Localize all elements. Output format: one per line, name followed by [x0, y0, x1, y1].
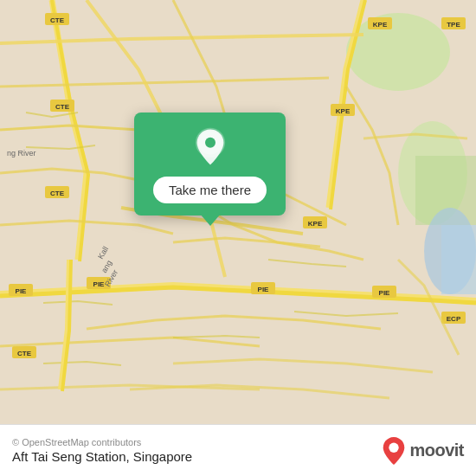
svg-text:ECP: ECP — [447, 315, 461, 323]
location-pin-icon — [190, 126, 231, 168]
svg-point-38 — [205, 138, 215, 148]
svg-text:KPE: KPE — [336, 107, 351, 115]
svg-text:CTE: CTE — [17, 350, 32, 357]
moovit-text: moovit — [409, 441, 464, 460]
location-name: Aft Tai Seng Station, Singapore — [12, 449, 192, 464]
svg-point-1 — [346, 13, 450, 91]
svg-text:CTE: CTE — [55, 103, 70, 111]
moovit-pin-icon — [382, 436, 406, 466]
svg-text:PIE: PIE — [258, 286, 270, 293]
svg-point-39 — [389, 442, 399, 452]
svg-rect-5 — [441, 225, 476, 294]
copyright-text: © OpenStreetMap contributors — [12, 437, 192, 447]
svg-text:CTE: CTE — [50, 190, 65, 197]
map-container: CTE CTE CTE KPE KPE KPE PIE PIE PIE PIE … — [0, 0, 476, 424]
svg-text:KPE: KPE — [308, 220, 323, 228]
svg-text:TPE: TPE — [447, 21, 460, 29]
svg-text:CTE: CTE — [50, 16, 65, 24]
bottom-bar: © OpenStreetMap contributors Aft Tai Sen… — [0, 424, 476, 476]
popup-card: Take me there — [134, 113, 286, 215]
moovit-logo[interactable]: moovit — [382, 436, 464, 466]
svg-text:ng River: ng River — [7, 149, 36, 158]
location-info: © OpenStreetMap contributors Aft Tai Sen… — [12, 437, 192, 464]
svg-text:PIE: PIE — [16, 287, 28, 295]
svg-text:PIE: PIE — [379, 289, 391, 297]
svg-text:KPE: KPE — [373, 21, 388, 29]
take-me-there-button[interactable]: Take me there — [153, 177, 267, 203]
